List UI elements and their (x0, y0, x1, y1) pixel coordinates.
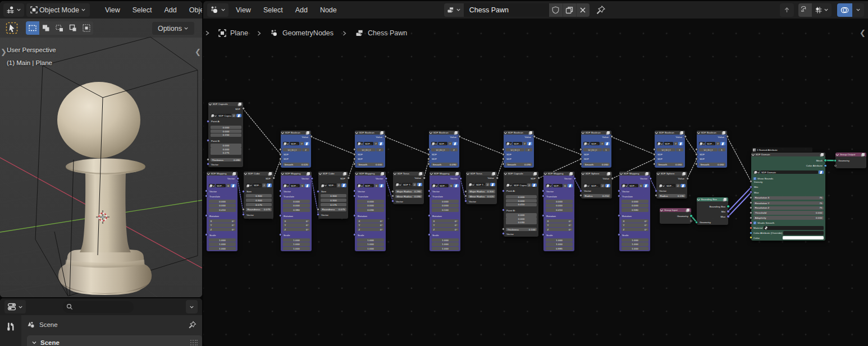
users-count-button[interactable]: 7 (600, 142, 604, 146)
parent-node-tree-button[interactable] (780, 3, 794, 17)
node-sdf-mapping-2[interactable]: SDF MappingVectorSDF...6VectorTranslate0… (281, 172, 312, 251)
users-count-button[interactable]: 6 (563, 184, 567, 188)
properties-filter-dropdown[interactable] (186, 300, 198, 313)
toolbar-expand-arrow[interactable]: ❯ (1, 48, 7, 56)
node-group-selector-icon[interactable] (583, 184, 590, 188)
node-collapse-chevron-icon[interactable] (355, 172, 358, 175)
node-header[interactable]: SDF Capsule (504, 172, 538, 176)
output-socket[interactable] (690, 215, 692, 217)
input-socket[interactable] (317, 190, 319, 193)
node-group-selector-icon[interactable] (622, 184, 628, 188)
node-sdf-mapping-6[interactable]: SDF MappingVectorSDF...6VectorTranslate0… (619, 172, 650, 251)
node-group-selector-icon[interactable] (753, 170, 760, 174)
node-sdf-boolean-6[interactable]: SDF BooleanValueSDF...7U | D | I1SDFSDFS… (655, 131, 685, 168)
node-editor-type-button[interactable] (207, 3, 229, 17)
node-sdf-sphere-1[interactable]: SDF SphereValueSDF...2VectorRadius0.210 (581, 172, 612, 199)
node-group-selector-icon[interactable] (583, 142, 590, 146)
node-canvas[interactable]: SDF CapsuleSDFSDF Capsule2Point A:0.0000… (203, 19, 868, 346)
input-socket[interactable] (242, 190, 245, 193)
node-group-selector-icon[interactable] (659, 184, 665, 188)
fake-user-button[interactable] (454, 184, 459, 188)
node-group-name-field[interactable]: SDF... (552, 184, 563, 188)
slider-field[interactable]: Smooth0.000 (357, 163, 383, 167)
node-sdf-cube-1[interactable]: SDF CubeSDFSDF...2Size0.3000.3000.175Rou… (244, 172, 273, 219)
value-field[interactable]: 0.000 (432, 204, 459, 207)
operation-value-field[interactable]: 1 (676, 148, 683, 152)
users-count-button[interactable]: 7 (523, 142, 527, 146)
users-count-button[interactable]: 2 (601, 184, 605, 188)
value-field[interactable]: 0.030 (357, 208, 384, 212)
value-field[interactable]: 0.000 (506, 195, 537, 199)
node-group-name-field[interactable]: SDF... (364, 142, 373, 146)
value-field[interactable]: 1.000 (622, 238, 648, 242)
node-header[interactable]: Bounding Box (697, 197, 728, 201)
node-collapse-chevron-icon[interactable] (581, 131, 584, 134)
new-copy-button[interactable] (563, 3, 576, 17)
node-header[interactable]: Group Output (835, 153, 866, 156)
node-header[interactable]: SDF Domain (751, 153, 825, 156)
node-collapse-chevron-icon[interactable] (355, 131, 358, 134)
slider-field[interactable]: Resolution Y75 (753, 201, 824, 205)
value-field[interactable]: 0.000 (546, 204, 573, 207)
fake-user-button[interactable] (341, 183, 346, 187)
select-difference-button[interactable] (66, 21, 80, 35)
node-link sdf-cube-2.SDF->sdf-boolean-2.SDF2[interactable] (348, 159, 355, 179)
node-group-selector-icon[interactable] (211, 114, 217, 118)
node-collapse-chevron-icon[interactable] (751, 153, 755, 156)
node-collapse-chevron-icon[interactable] (655, 131, 658, 134)
viewport-menu-object[interactable]: Object (184, 3, 202, 17)
node-header[interactable]: SDF Mapping (355, 172, 386, 176)
value-field[interactable]: 0.000 (506, 199, 537, 203)
slider-field[interactable]: Z0° (432, 228, 459, 232)
node-group-name-field[interactable]: SDF... (327, 183, 336, 187)
node-collapse-chevron-icon[interactable] (281, 131, 284, 134)
viewport-editor-type-button[interactable] (3, 3, 24, 17)
operation-value-field[interactable]: 2 (302, 148, 309, 152)
value-field[interactable]: 1.000 (283, 238, 310, 242)
value-field[interactable]: 1.000 (432, 238, 459, 242)
node-collapse-chevron-icon[interactable] (207, 172, 210, 175)
value-field[interactable]: 0.380 (283, 208, 310, 212)
node-group-selector-icon[interactable] (431, 142, 437, 146)
node-link bounding-box.Min->sdf-domain.Min[interactable] (728, 187, 751, 211)
node-header[interactable]: SDF Boolean (655, 131, 685, 135)
node-sdf-mapping-4[interactable]: SDF MappingVectorSDF...6VectorTranslate0… (430, 172, 460, 251)
tool-options-dropdown[interactable]: Options (152, 22, 194, 35)
users-count-button[interactable]: 7 (674, 142, 678, 146)
node-collapse-chevron-icon[interactable] (660, 208, 663, 211)
sidebar-collapse-arrow[interactable]: ❮ (195, 48, 201, 56)
operation-toggle[interactable]: U | D | I (357, 148, 376, 152)
node-link sdf-torus-1.Value->sdf-boolean-3.SDF2[interactable] (424, 159, 429, 178)
node-link sdf-mapping-5.Vector->sdf-sphere-1.Vector[interactable] (574, 179, 581, 191)
breadcrumb-node-tree[interactable]: Chess Pawn (355, 29, 407, 37)
node-group-selector-icon[interactable] (283, 184, 289, 188)
slider-field[interactable]: Radius0.210 (583, 194, 610, 198)
users-count-button[interactable]: 2 (527, 183, 531, 187)
node-sdf-boolean-7[interactable]: SDF BooleanValueSDF...7U | D | I1SDFSDFS… (697, 131, 727, 168)
users-count-button[interactable]: 2 (413, 183, 417, 187)
operation-toggle[interactable]: U | D | I (431, 148, 450, 152)
fake-user-button[interactable] (643, 184, 648, 188)
node-header[interactable]: SDF Boolean (504, 131, 534, 135)
node-group-name-field[interactable]: SDF... (706, 142, 715, 146)
breadcrumb-expand-arrow[interactable] (204, 30, 210, 36)
node-sdf-torus-1[interactable]: SDF TorusValueSDF T...2Major Radius0.280… (393, 172, 424, 204)
slider-field[interactable]: Radius0.190 (659, 194, 686, 198)
value-field[interactable]: 0.030 (506, 220, 537, 224)
text-input-field[interactable] (783, 231, 824, 235)
node-group-name-field[interactable]: SDF... (290, 142, 299, 146)
node-link sdf-boolean-6.Value->sdf-boolean-7.SDF[interactable] (685, 137, 697, 154)
fake-user-button[interactable] (267, 183, 272, 187)
node-menu-node[interactable]: Node (315, 3, 342, 17)
fake-user-button[interactable] (305, 184, 310, 188)
fake-user-button[interactable] (549, 3, 563, 17)
users-count-button[interactable]: 7 (448, 142, 452, 146)
fake-user-button[interactable] (680, 184, 686, 188)
active-tool-button[interactable] (4, 21, 19, 35)
value-field[interactable]: 0.000 (209, 204, 236, 207)
node-header[interactable]: SDF Capsule (208, 102, 243, 106)
node-header[interactable]: SDF Sphere (581, 172, 612, 176)
slider-field[interactable]: Roundness0.075 (246, 207, 272, 211)
slider-field[interactable]: Y0° (432, 223, 459, 227)
node-sdf-boolean-5[interactable]: SDF BooleanValueSDF...7U | D | I1SDFSDFS… (581, 131, 611, 168)
